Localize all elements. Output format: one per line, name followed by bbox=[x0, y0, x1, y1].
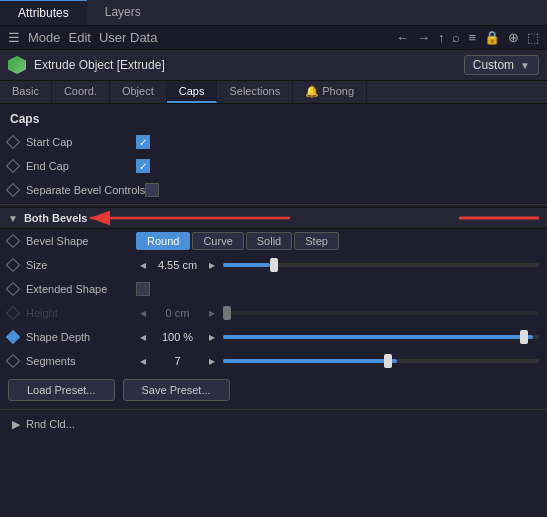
tab-basic[interactable]: Basic bbox=[0, 81, 52, 103]
shape-depth-slider-thumb[interactable] bbox=[520, 330, 528, 344]
start-cap-checkbox[interactable] bbox=[136, 135, 150, 149]
separate-bevel-diamond bbox=[6, 183, 20, 197]
object-header: Extrude Object [Extrude] Custom ▼ bbox=[0, 50, 547, 81]
segments-decrement[interactable]: ◂ bbox=[136, 354, 150, 368]
shape-btn-curve[interactable]: Curve bbox=[192, 232, 243, 250]
bevel-shape-row: Bevel Shape Round Curve Solid Step bbox=[0, 229, 547, 253]
tab-attributes[interactable]: Attributes bbox=[0, 0, 87, 25]
end-cap-diamond bbox=[6, 159, 20, 173]
segments-slider-thumb[interactable] bbox=[384, 354, 392, 368]
tab-layers[interactable]: Layers bbox=[87, 0, 159, 25]
size-slider-fill bbox=[223, 263, 270, 267]
toolbar: ☰ Mode Edit User Data ← → ↑ ⌕ ≡ 🔒 ⊕ ⬚ bbox=[0, 26, 547, 50]
size-row: Size ◂ 4.55 cm ▸ bbox=[0, 253, 547, 277]
save-preset-button[interactable]: Save Preset... bbox=[123, 379, 230, 401]
segments-diamond bbox=[6, 354, 20, 368]
height-decrement: ◂ bbox=[136, 306, 150, 320]
size-increment[interactable]: ▸ bbox=[205, 258, 219, 272]
height-diamond bbox=[6, 306, 20, 320]
shape-btn-step[interactable]: Step bbox=[294, 232, 339, 250]
object-title: Extrude Object [Extrude] bbox=[34, 58, 456, 72]
both-bevels-title: Both Bevels bbox=[24, 212, 88, 224]
height-increment: ▸ bbox=[205, 306, 219, 320]
tab-object[interactable]: Object bbox=[110, 81, 167, 103]
shape-depth-value[interactable]: 100 % bbox=[150, 331, 205, 343]
shape-depth-decrement[interactable]: ◂ bbox=[136, 330, 150, 344]
shape-depth-slider-fill bbox=[223, 335, 533, 339]
tab-selections[interactable]: Selections bbox=[217, 81, 293, 103]
bottom-collapsed-row[interactable]: ▶ Rnd Cld... bbox=[0, 412, 547, 436]
bevel-shape-label: Bevel Shape bbox=[26, 235, 136, 247]
extended-shape-checkbox[interactable] bbox=[136, 282, 150, 296]
shape-btn-solid[interactable]: Solid bbox=[246, 232, 292, 250]
segments-slider-fill bbox=[223, 359, 397, 363]
caps-section-title: Caps bbox=[0, 110, 547, 130]
segments-label: Segments bbox=[26, 355, 136, 367]
load-preset-button[interactable]: Load Preset... bbox=[8, 379, 115, 401]
tab-phong[interactable]: 🔔 Phong bbox=[293, 81, 367, 103]
size-slider-track[interactable] bbox=[223, 263, 539, 267]
both-bevels-header[interactable]: ▼ Both Bevels bbox=[0, 207, 547, 229]
end-cap-checkbox[interactable] bbox=[136, 159, 150, 173]
separate-bevel-label: Separate Bevel Controls bbox=[26, 184, 145, 196]
segments-row: Segments ◂ 7 ▸ bbox=[0, 349, 547, 373]
red-arrow-annotation bbox=[80, 207, 300, 229]
shape-depth-increment[interactable]: ▸ bbox=[205, 330, 219, 344]
extended-shape-row: Extended Shape bbox=[0, 277, 547, 301]
top-tab-bar: Attributes Layers bbox=[0, 0, 547, 26]
preset-label: Custom bbox=[473, 58, 514, 72]
lock-icon[interactable]: 🔒 bbox=[484, 30, 500, 45]
separate-bevel-row: Separate Bevel Controls bbox=[0, 178, 547, 202]
red-line bbox=[459, 217, 539, 220]
end-cap-row: End Cap bbox=[0, 154, 547, 178]
segments-slider-track[interactable] bbox=[223, 359, 539, 363]
extended-shape-diamond bbox=[6, 282, 20, 296]
segments-value[interactable]: 7 bbox=[150, 355, 205, 367]
search-icon[interactable]: ⌕ bbox=[452, 30, 460, 45]
height-label: Height bbox=[26, 307, 136, 319]
tab-caps[interactable]: Caps bbox=[167, 81, 218, 103]
height-row: Height ◂ 0 cm ▸ bbox=[0, 301, 547, 325]
caps-panel: Caps Start Cap End Cap Separate Bevel Co… bbox=[0, 104, 547, 442]
mode-label[interactable]: Mode bbox=[28, 30, 61, 45]
separate-bevel-checkbox[interactable] bbox=[145, 183, 159, 197]
userdata-label[interactable]: User Data bbox=[99, 30, 158, 45]
size-value[interactable]: 4.55 cm bbox=[150, 259, 205, 271]
edit-label[interactable]: Edit bbox=[69, 30, 91, 45]
segments-increment[interactable]: ▸ bbox=[205, 354, 219, 368]
tab-coord[interactable]: Coord. bbox=[52, 81, 110, 103]
shape-depth-slider-track[interactable] bbox=[223, 335, 539, 339]
size-slider-thumb[interactable] bbox=[270, 258, 278, 272]
bottom-section-label: Rnd Cld... bbox=[26, 418, 75, 430]
divider-2 bbox=[0, 409, 547, 410]
bevel-shape-buttons: Round Curve Solid Step bbox=[136, 232, 339, 250]
up-icon[interactable]: ↑ bbox=[438, 30, 445, 45]
bottom-section-icon: ▶ bbox=[8, 418, 20, 431]
shape-depth-row: Shape Depth ◂ 100 % ▸ bbox=[0, 325, 547, 349]
shape-depth-diamond bbox=[6, 330, 20, 344]
forward-icon[interactable]: → bbox=[417, 30, 430, 45]
dropdown-arrow-icon: ▼ bbox=[520, 60, 530, 71]
filter-icon[interactable]: ≡ bbox=[468, 30, 476, 45]
start-cap-diamond bbox=[6, 135, 20, 149]
bevel-shape-diamond bbox=[6, 234, 20, 248]
object-icon bbox=[8, 56, 26, 74]
end-cap-label: End Cap bbox=[26, 160, 136, 172]
height-slider-thumb bbox=[223, 306, 231, 320]
bevel-collapse-icon: ▼ bbox=[8, 213, 18, 224]
preset-buttons-row: Load Preset... Save Preset... bbox=[0, 373, 547, 407]
size-label: Size bbox=[26, 259, 136, 271]
preset-dropdown[interactable]: Custom ▼ bbox=[464, 55, 539, 75]
layout-icon[interactable]: ⬚ bbox=[527, 30, 539, 45]
extended-shape-label: Extended Shape bbox=[26, 283, 136, 295]
divider-1 bbox=[0, 204, 547, 205]
shape-depth-label: Shape Depth bbox=[26, 331, 136, 343]
height-value: 0 cm bbox=[150, 307, 205, 319]
shape-btn-round[interactable]: Round bbox=[136, 232, 190, 250]
add-icon[interactable]: ⊕ bbox=[508, 30, 519, 45]
start-cap-label: Start Cap bbox=[26, 136, 136, 148]
size-decrement[interactable]: ◂ bbox=[136, 258, 150, 272]
back-icon[interactable]: ← bbox=[396, 30, 409, 45]
start-cap-row: Start Cap bbox=[0, 130, 547, 154]
menu-icon[interactable]: ☰ bbox=[8, 30, 20, 45]
